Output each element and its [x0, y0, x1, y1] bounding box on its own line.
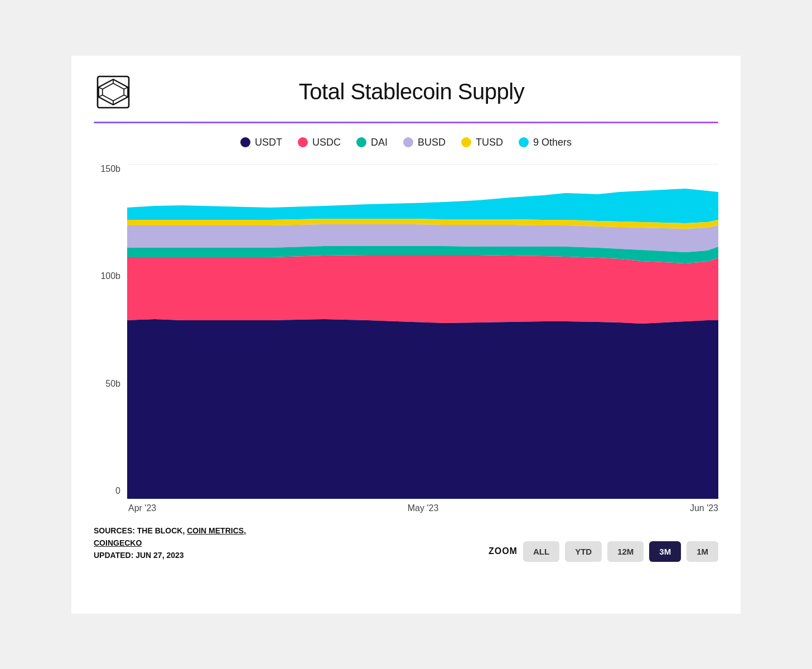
x-label-may: May '23: [408, 503, 439, 513]
x-axis: Apr '23 May '23 Jun '23: [127, 499, 718, 513]
header-divider: [94, 122, 718, 123]
sources-line1: SOURCES: THE BLOCK, COIN METRICS,: [94, 524, 246, 537]
y-label-100b: 100b: [100, 271, 120, 281]
zoom-section: ZOOM ALL YTD 12M 3M 1M: [489, 541, 718, 562]
others-dot: [519, 137, 529, 147]
legend-item-9others: 9 Others: [519, 137, 572, 148]
usdc-dot: [298, 137, 308, 147]
legend-item-tusd: TUSD: [461, 137, 503, 148]
y-label-150b: 150b: [100, 164, 120, 174]
header: Total Stablecoin Supply: [94, 73, 718, 112]
chart-area: 150b 100b 50b 0: [94, 164, 718, 513]
svg-marker-2: [103, 83, 124, 101]
y-axis: 150b 100b 50b 0: [94, 164, 127, 513]
busd-label: BUSD: [418, 137, 446, 148]
tusd-dot: [461, 137, 471, 147]
x-label-jun: Jun '23: [690, 503, 718, 513]
dai-dot: [356, 137, 366, 147]
zoom-3m-button[interactable]: 3M: [649, 541, 681, 562]
zoom-ytd-button[interactable]: YTD: [565, 541, 602, 562]
coingecko-link[interactable]: COINGECKO: [94, 538, 142, 547]
sources-line2: COINGECKO: [94, 537, 246, 549]
updated-line: UPDATED: JUN 27, 2023: [94, 549, 246, 561]
usdc-label: USDC: [312, 137, 341, 148]
coingecko-link-wrapper: COINGECKO: [94, 538, 142, 547]
chart-container: Apr '23 May '23 Jun '23: [127, 164, 718, 513]
updated-label: UPDATED: JUN 27, 2023: [94, 551, 184, 560]
zoom-12m-button[interactable]: 12M: [607, 541, 644, 562]
busd-dot: [403, 137, 413, 147]
coin-metrics-link[interactable]: COIN METRICS: [187, 526, 244, 535]
zoom-1m-button[interactable]: 1M: [687, 541, 718, 562]
sources-section: SOURCES: THE BLOCK, COIN METRICS, COINGE…: [94, 524, 246, 562]
chart-legend: USDT USDC DAI BUSD TUSD 9 Others: [94, 137, 718, 148]
zoom-all-button[interactable]: ALL: [523, 541, 559, 562]
usdt-label: USDT: [255, 137, 282, 148]
usdt-dot: [240, 137, 250, 147]
y-label-0: 0: [115, 486, 120, 496]
sources-label: SOURCES: THE BLOCK, COIN METRICS,: [94, 526, 246, 535]
legend-item-usdt: USDT: [240, 137, 282, 148]
zoom-label: ZOOM: [489, 546, 518, 556]
dai-label: DAI: [371, 137, 388, 148]
others-label: 9 Others: [533, 137, 572, 148]
stacked-area-chart: [127, 164, 718, 499]
legend-item-dai: DAI: [356, 137, 388, 148]
logo-icon: [94, 73, 133, 112]
legend-item-busd: BUSD: [403, 137, 446, 148]
legend-item-usdc: USDC: [298, 137, 341, 148]
tusd-label: TUSD: [476, 137, 503, 148]
page-title: Total Stablecoin Supply: [144, 79, 718, 104]
y-label-50b: 50b: [105, 379, 120, 389]
x-label-apr: Apr '23: [128, 503, 156, 513]
footer: SOURCES: THE BLOCK, COIN METRICS, COINGE…: [94, 524, 718, 562]
main-card: Total Stablecoin Supply USDT USDC DAI BU…: [71, 56, 741, 614]
